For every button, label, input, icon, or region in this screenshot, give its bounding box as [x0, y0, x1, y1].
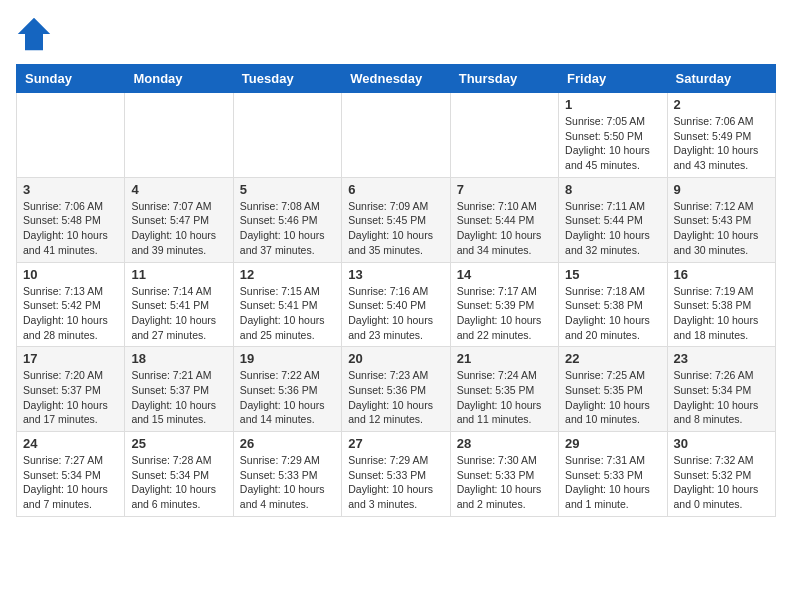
day-number: 12 [240, 267, 335, 282]
day-info: Sunrise: 7:15 AM Sunset: 5:41 PM Dayligh… [240, 284, 335, 343]
calendar-cell: 16Sunrise: 7:19 AM Sunset: 5:38 PM Dayli… [667, 262, 775, 347]
day-number: 17 [23, 351, 118, 366]
day-info: Sunrise: 7:18 AM Sunset: 5:38 PM Dayligh… [565, 284, 660, 343]
logo [16, 16, 56, 52]
day-info: Sunrise: 7:20 AM Sunset: 5:37 PM Dayligh… [23, 368, 118, 427]
day-info: Sunrise: 7:07 AM Sunset: 5:47 PM Dayligh… [131, 199, 226, 258]
calendar-cell [125, 93, 233, 178]
day-number: 25 [131, 436, 226, 451]
calendar-cell [17, 93, 125, 178]
day-info: Sunrise: 7:21 AM Sunset: 5:37 PM Dayligh… [131, 368, 226, 427]
day-info: Sunrise: 7:22 AM Sunset: 5:36 PM Dayligh… [240, 368, 335, 427]
day-number: 20 [348, 351, 443, 366]
day-header: Monday [125, 65, 233, 93]
day-info: Sunrise: 7:23 AM Sunset: 5:36 PM Dayligh… [348, 368, 443, 427]
calendar-cell: 14Sunrise: 7:17 AM Sunset: 5:39 PM Dayli… [450, 262, 558, 347]
calendar-week-row: 10Sunrise: 7:13 AM Sunset: 5:42 PM Dayli… [17, 262, 776, 347]
day-info: Sunrise: 7:16 AM Sunset: 5:40 PM Dayligh… [348, 284, 443, 343]
calendar-cell: 4Sunrise: 7:07 AM Sunset: 5:47 PM Daylig… [125, 177, 233, 262]
day-number: 27 [348, 436, 443, 451]
day-number: 22 [565, 351, 660, 366]
day-info: Sunrise: 7:25 AM Sunset: 5:35 PM Dayligh… [565, 368, 660, 427]
day-number: 4 [131, 182, 226, 197]
calendar-cell: 9Sunrise: 7:12 AM Sunset: 5:43 PM Daylig… [667, 177, 775, 262]
calendar-week-row: 1Sunrise: 7:05 AM Sunset: 5:50 PM Daylig… [17, 93, 776, 178]
day-number: 16 [674, 267, 769, 282]
day-info: Sunrise: 7:06 AM Sunset: 5:48 PM Dayligh… [23, 199, 118, 258]
day-number: 23 [674, 351, 769, 366]
calendar-cell: 26Sunrise: 7:29 AM Sunset: 5:33 PM Dayli… [233, 432, 341, 517]
calendar-cell [342, 93, 450, 178]
day-number: 10 [23, 267, 118, 282]
calendar: SundayMondayTuesdayWednesdayThursdayFrid… [16, 64, 776, 517]
day-info: Sunrise: 7:29 AM Sunset: 5:33 PM Dayligh… [240, 453, 335, 512]
calendar-cell: 20Sunrise: 7:23 AM Sunset: 5:36 PM Dayli… [342, 347, 450, 432]
calendar-cell: 13Sunrise: 7:16 AM Sunset: 5:40 PM Dayli… [342, 262, 450, 347]
day-number: 5 [240, 182, 335, 197]
calendar-cell: 7Sunrise: 7:10 AM Sunset: 5:44 PM Daylig… [450, 177, 558, 262]
calendar-cell: 24Sunrise: 7:27 AM Sunset: 5:34 PM Dayli… [17, 432, 125, 517]
calendar-cell: 1Sunrise: 7:05 AM Sunset: 5:50 PM Daylig… [559, 93, 667, 178]
svg-marker-0 [18, 18, 50, 50]
calendar-cell: 23Sunrise: 7:26 AM Sunset: 5:34 PM Dayli… [667, 347, 775, 432]
day-info: Sunrise: 7:17 AM Sunset: 5:39 PM Dayligh… [457, 284, 552, 343]
day-info: Sunrise: 7:30 AM Sunset: 5:33 PM Dayligh… [457, 453, 552, 512]
calendar-cell: 15Sunrise: 7:18 AM Sunset: 5:38 PM Dayli… [559, 262, 667, 347]
day-info: Sunrise: 7:06 AM Sunset: 5:49 PM Dayligh… [674, 114, 769, 173]
day-info: Sunrise: 7:29 AM Sunset: 5:33 PM Dayligh… [348, 453, 443, 512]
calendar-cell: 17Sunrise: 7:20 AM Sunset: 5:37 PM Dayli… [17, 347, 125, 432]
day-number: 15 [565, 267, 660, 282]
day-info: Sunrise: 7:11 AM Sunset: 5:44 PM Dayligh… [565, 199, 660, 258]
calendar-cell: 12Sunrise: 7:15 AM Sunset: 5:41 PM Dayli… [233, 262, 341, 347]
calendar-cell: 2Sunrise: 7:06 AM Sunset: 5:49 PM Daylig… [667, 93, 775, 178]
calendar-cell: 25Sunrise: 7:28 AM Sunset: 5:34 PM Dayli… [125, 432, 233, 517]
calendar-cell: 30Sunrise: 7:32 AM Sunset: 5:32 PM Dayli… [667, 432, 775, 517]
calendar-cell [450, 93, 558, 178]
day-header: Tuesday [233, 65, 341, 93]
day-header: Sunday [17, 65, 125, 93]
day-number: 6 [348, 182, 443, 197]
calendar-week-row: 24Sunrise: 7:27 AM Sunset: 5:34 PM Dayli… [17, 432, 776, 517]
day-header: Saturday [667, 65, 775, 93]
day-info: Sunrise: 7:14 AM Sunset: 5:41 PM Dayligh… [131, 284, 226, 343]
calendar-cell: 6Sunrise: 7:09 AM Sunset: 5:45 PM Daylig… [342, 177, 450, 262]
day-info: Sunrise: 7:09 AM Sunset: 5:45 PM Dayligh… [348, 199, 443, 258]
day-number: 7 [457, 182, 552, 197]
calendar-cell [233, 93, 341, 178]
day-number: 21 [457, 351, 552, 366]
logo-icon [16, 16, 52, 52]
calendar-cell: 29Sunrise: 7:31 AM Sunset: 5:33 PM Dayli… [559, 432, 667, 517]
calendar-cell: 27Sunrise: 7:29 AM Sunset: 5:33 PM Dayli… [342, 432, 450, 517]
day-number: 9 [674, 182, 769, 197]
day-number: 30 [674, 436, 769, 451]
day-number: 1 [565, 97, 660, 112]
calendar-header-row: SundayMondayTuesdayWednesdayThursdayFrid… [17, 65, 776, 93]
day-info: Sunrise: 7:19 AM Sunset: 5:38 PM Dayligh… [674, 284, 769, 343]
day-info: Sunrise: 7:28 AM Sunset: 5:34 PM Dayligh… [131, 453, 226, 512]
day-info: Sunrise: 7:24 AM Sunset: 5:35 PM Dayligh… [457, 368, 552, 427]
day-info: Sunrise: 7:08 AM Sunset: 5:46 PM Dayligh… [240, 199, 335, 258]
day-info: Sunrise: 7:31 AM Sunset: 5:33 PM Dayligh… [565, 453, 660, 512]
day-number: 11 [131, 267, 226, 282]
day-header: Thursday [450, 65, 558, 93]
calendar-week-row: 17Sunrise: 7:20 AM Sunset: 5:37 PM Dayli… [17, 347, 776, 432]
day-info: Sunrise: 7:12 AM Sunset: 5:43 PM Dayligh… [674, 199, 769, 258]
calendar-cell: 21Sunrise: 7:24 AM Sunset: 5:35 PM Dayli… [450, 347, 558, 432]
header [16, 16, 776, 52]
calendar-cell: 19Sunrise: 7:22 AM Sunset: 5:36 PM Dayli… [233, 347, 341, 432]
day-header: Wednesday [342, 65, 450, 93]
day-number: 3 [23, 182, 118, 197]
calendar-cell: 22Sunrise: 7:25 AM Sunset: 5:35 PM Dayli… [559, 347, 667, 432]
day-number: 19 [240, 351, 335, 366]
day-number: 24 [23, 436, 118, 451]
calendar-cell: 11Sunrise: 7:14 AM Sunset: 5:41 PM Dayli… [125, 262, 233, 347]
calendar-cell: 8Sunrise: 7:11 AM Sunset: 5:44 PM Daylig… [559, 177, 667, 262]
day-number: 28 [457, 436, 552, 451]
calendar-cell: 3Sunrise: 7:06 AM Sunset: 5:48 PM Daylig… [17, 177, 125, 262]
day-number: 18 [131, 351, 226, 366]
day-info: Sunrise: 7:13 AM Sunset: 5:42 PM Dayligh… [23, 284, 118, 343]
day-info: Sunrise: 7:26 AM Sunset: 5:34 PM Dayligh… [674, 368, 769, 427]
day-info: Sunrise: 7:27 AM Sunset: 5:34 PM Dayligh… [23, 453, 118, 512]
calendar-cell: 5Sunrise: 7:08 AM Sunset: 5:46 PM Daylig… [233, 177, 341, 262]
calendar-cell: 28Sunrise: 7:30 AM Sunset: 5:33 PM Dayli… [450, 432, 558, 517]
